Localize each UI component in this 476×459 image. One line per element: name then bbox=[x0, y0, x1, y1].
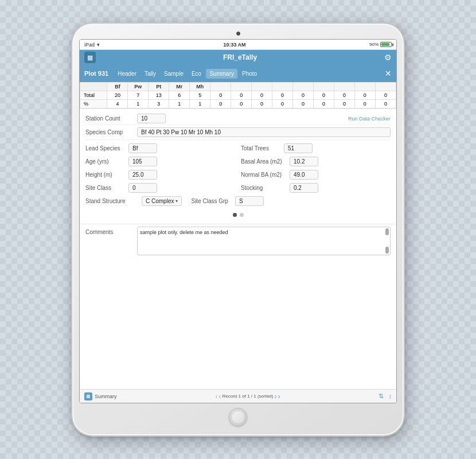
filter-action-button[interactable]: ↕ bbox=[388, 392, 392, 400]
wifi-icon: ▾ bbox=[97, 42, 100, 48]
comments-textarea[interactable]: sample plot only. delete me as needed bbox=[137, 227, 391, 255]
scrollbar-top[interactable] bbox=[385, 228, 389, 235]
app-icon-symbol: ▦ bbox=[87, 54, 93, 61]
total-c7: 0 bbox=[231, 91, 252, 100]
col-mh: Mh bbox=[190, 83, 210, 91]
tablet-screen: iPad ▾ 10:33 AM 90% ▦ FRI_eTally ⚙ Plot … bbox=[79, 39, 397, 403]
species-comp-label: Species Comp bbox=[85, 129, 137, 135]
tally-percent-row: % 4 1 3 1 1 0 0 0 0 0 0 0 0 0 bbox=[80, 100, 396, 108]
total-trees-label: Total Trees bbox=[241, 145, 284, 151]
age-basal-row: Age (yrs) 105 Basal Area (m2) 10.2 bbox=[85, 157, 391, 166]
lead-species-value[interactable]: Bf bbox=[128, 143, 157, 153]
stocking-value[interactable]: 0.2 bbox=[290, 183, 318, 193]
tablet-device: iPad ▾ 10:33 AM 90% ▦ FRI_eTally ⚙ Plot … bbox=[72, 23, 404, 436]
site-class-label: Site Class bbox=[85, 185, 128, 191]
record-info: Record 1 of 1 / 1 (sorted) bbox=[223, 394, 274, 399]
site-class-stocking-row: Site Class 0 Stocking 0.2 bbox=[85, 183, 391, 193]
lead-species-label: Lead Species bbox=[85, 145, 128, 151]
bottom-right: ⇅ ↕ bbox=[379, 392, 392, 400]
col-12 bbox=[334, 83, 354, 91]
site-class-grp-label: Site Class Grp bbox=[191, 198, 228, 204]
station-count-value[interactable]: 10 bbox=[137, 114, 166, 123]
close-button[interactable]: ✕ bbox=[385, 69, 392, 78]
species-comp-value[interactable]: Bf 40 Pt 30 Pw 10 Mr 10 Mh 10 bbox=[137, 127, 391, 137]
nav-sample[interactable]: Sample bbox=[161, 69, 187, 79]
total-pt: 13 bbox=[149, 91, 169, 100]
age-value[interactable]: 105 bbox=[128, 157, 157, 166]
app-titlebar: ▦ FRI_eTally ⚙ bbox=[80, 50, 396, 65]
pct-c12: 0 bbox=[334, 100, 354, 108]
bottom-nav: ‹ ‹ Record 1 of 1 / 1 (sorted) › › bbox=[216, 392, 280, 400]
total-c10: 0 bbox=[293, 91, 314, 100]
nav-prev-button[interactable]: ‹ bbox=[219, 392, 221, 400]
scrollbar-bottom[interactable] bbox=[385, 247, 389, 254]
nav-header[interactable]: Header bbox=[114, 69, 140, 79]
col-empty bbox=[80, 83, 107, 91]
home-button[interactable] bbox=[229, 408, 247, 426]
total-c11: 0 bbox=[313, 91, 334, 100]
tally-total-row: Total 20 7 13 6 5 0 0 0 0 0 0 0 0 bbox=[80, 91, 396, 100]
stand-structure-dropdown[interactable]: C Complex ▾ bbox=[142, 196, 182, 206]
bottom-bar: ▦ Summary ‹ ‹ Record 1 of 1 / 1 (sorted)… bbox=[80, 389, 396, 403]
col-10 bbox=[293, 83, 314, 91]
app-title: FRI_eTally bbox=[223, 53, 257, 61]
height-col: Height (m) 25.0 bbox=[85, 170, 235, 180]
nav-summary[interactable]: Summary bbox=[206, 69, 237, 79]
home-button-inner bbox=[231, 410, 245, 424]
pct-mh: 1 bbox=[190, 100, 210, 108]
pct-c8: 0 bbox=[252, 100, 272, 108]
height-value[interactable]: 25.0 bbox=[128, 170, 157, 180]
col-bf: Bf bbox=[107, 83, 128, 91]
pct-c14: 0 bbox=[375, 100, 396, 108]
height-label: Height (m) bbox=[85, 172, 128, 178]
total-c9: 0 bbox=[272, 91, 293, 100]
stand-structure-value: C Complex bbox=[146, 198, 174, 204]
status-right: 90% bbox=[369, 42, 392, 47]
bottom-left: ▦ Summary bbox=[84, 392, 117, 400]
pct-c6: 0 bbox=[210, 100, 231, 108]
pct-c13: 0 bbox=[354, 100, 375, 108]
nav-photo[interactable]: Photo bbox=[239, 69, 260, 79]
dot-1[interactable] bbox=[233, 213, 237, 217]
basal-area-value[interactable]: 10.2 bbox=[290, 157, 318, 166]
device-label: iPad bbox=[84, 42, 95, 48]
nav-last-button[interactable]: › bbox=[278, 392, 280, 400]
total-c8: 0 bbox=[252, 91, 272, 100]
station-count-row: Station Count 10 Run Data Checker bbox=[85, 112, 391, 125]
pct-c11: 0 bbox=[313, 100, 334, 108]
summary-icon: ▦ bbox=[84, 392, 92, 400]
site-class-col: Site Class 0 bbox=[85, 183, 235, 193]
basal-area-col: Basal Area (m2) 10.2 bbox=[241, 157, 391, 166]
tally-header-row: Bf Pw Pt Mr Mh bbox=[80, 83, 396, 91]
status-bar: iPad ▾ 10:33 AM 90% bbox=[80, 40, 396, 50]
total-c13: 0 bbox=[354, 91, 375, 100]
col-7 bbox=[231, 83, 252, 91]
species-comp-row: Species Comp Bf 40 Pt 30 Pw 10 Mr 10 Mh … bbox=[85, 127, 391, 140]
site-class-value[interactable]: 0 bbox=[128, 183, 157, 193]
nav-tally[interactable]: Tally bbox=[141, 69, 159, 79]
total-c14: 0 bbox=[375, 91, 396, 100]
row-pct-label: % bbox=[80, 100, 107, 108]
nav-next-button[interactable]: › bbox=[274, 392, 276, 400]
tally-table: Bf Pw Pt Mr Mh bbox=[80, 82, 396, 108]
app-icon[interactable]: ▦ bbox=[84, 52, 96, 63]
pct-c9: 0 bbox=[272, 100, 293, 108]
col-mr: Mr bbox=[169, 83, 190, 91]
normal-ba-label: Normal BA (m2) bbox=[241, 172, 290, 178]
col-11 bbox=[313, 83, 334, 91]
pct-pt: 3 bbox=[149, 100, 169, 108]
normal-ba-value[interactable]: 49.0 bbox=[290, 170, 318, 180]
total-trees-value[interactable]: 51 bbox=[284, 143, 313, 153]
settings-gear-icon[interactable]: ⚙ bbox=[384, 53, 392, 62]
dot-2[interactable] bbox=[240, 213, 244, 217]
nav-eco[interactable]: Eco bbox=[188, 69, 205, 79]
site-class-grp-value[interactable]: S bbox=[235, 196, 264, 206]
sort-action-button[interactable]: ⇅ bbox=[379, 392, 384, 400]
normal-ba-col: Normal BA (m2) 49.0 bbox=[241, 170, 391, 180]
status-time: 10:33 AM bbox=[223, 42, 245, 48]
battery-fill bbox=[381, 43, 389, 46]
total-pw: 7 bbox=[128, 91, 149, 100]
nav-first-button[interactable]: ‹ bbox=[216, 392, 218, 400]
plot-number: 931 bbox=[98, 70, 108, 77]
run-data-checker-button[interactable]: Run Data Checker bbox=[348, 116, 391, 122]
